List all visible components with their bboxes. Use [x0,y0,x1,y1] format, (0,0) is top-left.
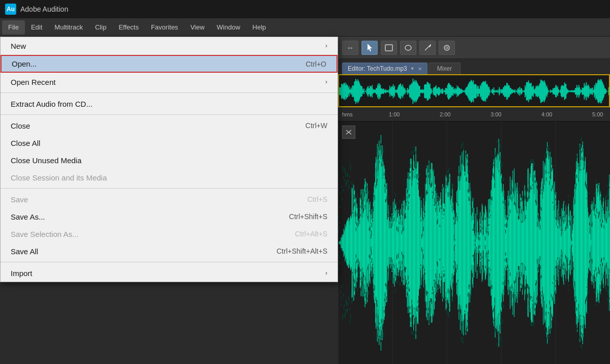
menu-item-extract-audio[interactable]: Extract Audio from CD... [1,95,338,112]
submenu-arrow: › [325,42,327,49]
menu-item-close-unused[interactable]: Close Unused Media [1,151,338,169]
svg-point-3 [444,45,449,50]
pencil-icon [424,44,431,51]
selection-icon [385,44,393,51]
tab-close-button[interactable]: ✕ [418,66,422,72]
time-label-hms: hms [342,111,353,117]
app-title: Adobe Audition [20,5,68,13]
editor-tabs: Editor: TechTudo.mp3 ▼ ✕ Mixer [338,59,610,74]
menu-item-save-as[interactable]: Save As... Ctrl+Shift+S [1,208,338,225]
menu-view[interactable]: View [184,20,210,35]
editor-panel: ↔ [338,37,610,364]
waveform-settings-icon[interactable] [342,126,355,139]
menu-item-save-selection[interactable]: Save Selection As... Ctrl+Alt+S [1,225,338,242]
menu-help[interactable]: Help [247,20,272,35]
file-menu-dropdown: New › Open... Ctrl+O Open Recent › Extra… [0,37,338,282]
time-label-3: 3:00 [491,111,501,117]
time-label-2: 2:00 [440,111,450,117]
svg-point-1 [405,45,411,50]
submenu-arrow-recent: › [325,78,327,85]
separator-2 [1,114,338,115]
menu-item-close-all[interactable]: Close All [1,134,338,151]
tool-heal[interactable] [439,41,455,55]
menu-item-new[interactable]: New › [1,37,338,54]
time-label-4: 4:00 [541,111,552,117]
svg-point-4 [446,47,448,49]
menu-file[interactable]: File [2,20,25,35]
menu-item-import[interactable]: Import › [1,264,338,282]
svg-rect-0 [385,45,392,51]
waveform-main[interactable] [338,122,610,364]
separator-3 [1,188,338,189]
app-icon: Au [5,4,16,15]
menu-multitrack[interactable]: Multitrack [48,20,89,35]
menu-item-close[interactable]: Close Ctrl+W [1,117,338,134]
menu-item-open-recent[interactable]: Open Recent › [1,73,338,90]
main-waveform-canvas [338,122,610,364]
svg-line-2 [425,46,430,50]
file-menu-panel: New › Open... Ctrl+O Open Recent › Extra… [0,37,338,282]
title-bar: Au Adobe Audition [0,0,610,18]
tool-cursor[interactable] [361,41,378,55]
menu-edit[interactable]: Edit [25,20,48,35]
tool-pencil[interactable] [419,41,436,55]
tool-selection[interactable] [381,41,397,55]
menu-bar: File Edit Multitrack Clip Effects Favori… [0,18,610,37]
lasso-icon [405,44,412,51]
submenu-arrow-import: › [325,269,327,277]
waveform-overview[interactable] [338,74,610,107]
time-ruler: hms 1:00 2:00 3:00 4:00 5:00 [338,107,610,122]
menu-window[interactable]: Window [210,20,246,35]
separator-4 [1,262,338,262]
separator-1 [1,93,338,93]
time-label-1: 1:00 [389,111,400,117]
tab-dropdown-arrow[interactable]: ▼ [410,66,415,71]
menu-item-open[interactable]: Open... Ctrl+O [1,55,338,73]
heal-icon [443,44,450,51]
toolbar: ↔ [338,37,610,59]
tool-lasso[interactable] [400,41,416,55]
menu-item-close-session[interactable]: Close Session and its Media [1,169,338,186]
menu-favorites[interactable]: Favorites [145,20,184,35]
tool-move[interactable]: ↔ [342,41,358,55]
settings-icon [346,129,352,135]
mixer-tab[interactable]: Mixer [429,63,461,74]
overview-waveform-canvas [339,75,610,107]
menu-item-save-all[interactable]: Save All Ctrl+Shift+Alt+S [1,242,338,260]
time-label-5: 5:00 [592,111,603,117]
menu-clip[interactable]: Clip [89,20,112,35]
main-content: New › Open... Ctrl+O Open Recent › Extra… [0,37,610,364]
menu-effects[interactable]: Effects [112,20,145,35]
cursor-icon [366,43,373,52]
editor-tab-techtudo[interactable]: Editor: TechTudo.mp3 ▼ ✕ [342,63,428,74]
menu-item-save[interactable]: Save Ctrl+S [1,191,338,208]
